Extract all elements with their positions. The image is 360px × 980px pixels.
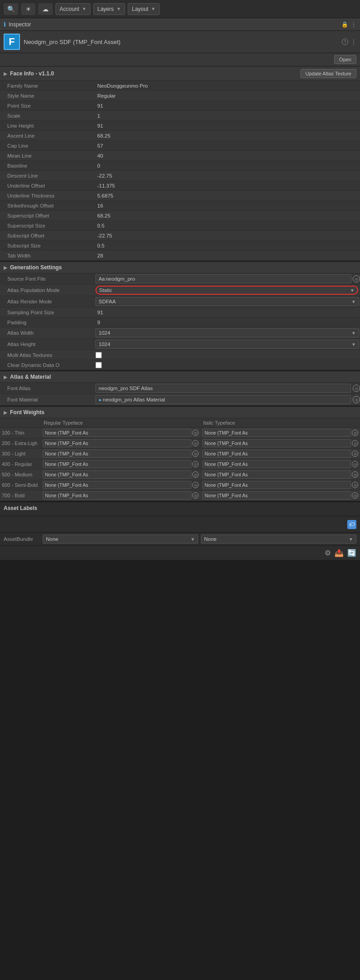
open-button[interactable]: Open: [334, 55, 356, 64]
atlas-population-dropdown[interactable]: Static ▼: [95, 286, 358, 295]
asset-bundle-dropdown1[interactable]: None ▼: [43, 535, 198, 544]
gen-collapse-icon[interactable]: ▶: [4, 265, 7, 270]
font-atlas-value: neodgm_pro SDF Atlas: [99, 386, 153, 391]
atlas-population-label: Atlas Population Mode: [0, 287, 95, 293]
asset-labels-header: Asset Labels: [4, 505, 356, 511]
fw-regular-box[interactable]: None (TMP_Font As: [43, 450, 191, 458]
tag-icon[interactable]: 🏷: [347, 520, 356, 529]
settings-icon[interactable]: ⚙: [325, 549, 331, 557]
bottom-toolbar: ⚙ 📤 🔄: [0, 545, 360, 560]
point-size-row: Point Size 91: [0, 101, 360, 111]
fw-italic-picker[interactable]: ◎: [352, 471, 358, 478]
atlas-render-dropdown[interactable]: SDFAA ▼: [95, 297, 359, 306]
multi-atlas-checkbox[interactable]: [95, 352, 102, 358]
collapse-icon[interactable]: ▶: [4, 71, 7, 76]
fw-italic-picker[interactable]: ◎: [352, 461, 358, 467]
family-name-row: Family Name NeoDunggeunmo Pro: [0, 81, 360, 91]
atlas-render-label: Atlas Render Mode: [0, 299, 95, 304]
font-weight-row: 500 - Medium None (TMP_Font As ◎ None (T…: [0, 470, 360, 480]
fw-italic-box[interactable]: None (TMP_Font As: [202, 450, 351, 458]
export-icon[interactable]: 📤: [335, 549, 344, 557]
layout-dropdown[interactable]: Layout ▼: [128, 3, 160, 15]
fw-regular-box[interactable]: None (TMP_Font As: [43, 460, 191, 468]
font-atlas-picker[interactable]: ◎: [353, 385, 360, 392]
search-button[interactable]: 🔍: [4, 3, 18, 15]
source-font-picker[interactable]: ◎: [353, 275, 360, 282]
fw-italic-box[interactable]: None (TMP_Font As: [202, 460, 351, 468]
source-font-file-row: Source Font File Aa neodgm_pro ◎: [0, 273, 360, 285]
atlas-render-value: SDFAA: [99, 299, 116, 304]
refresh-icon[interactable]: 🔄: [347, 549, 356, 557]
fw-italic-box[interactable]: None (TMP_Font As: [202, 439, 351, 447]
font-material-field: ● neodgm_pro Atlas Material ◎: [95, 395, 360, 404]
clear-dynamic-checkbox[interactable]: [95, 362, 102, 368]
underline-offset-value: -11.375: [95, 183, 360, 188]
fw-italic-box[interactable]: None (TMP_Font As: [202, 470, 351, 479]
font-material-box[interactable]: ● neodgm_pro Atlas Material: [95, 395, 351, 404]
subscript-size-value: 0.5: [95, 243, 360, 248]
atlas-width-dropdown[interactable]: 1024 ▼: [95, 328, 359, 337]
fw-italic-picker[interactable]: ◎: [352, 440, 358, 446]
family-name-value: NeoDunggeunmo Pro: [95, 83, 360, 89]
superscript-offset-value: 68.25: [95, 213, 360, 218]
fw-regular-field: None (TMP_Font As ◎: [43, 481, 199, 489]
fw-regular-box[interactable]: None (TMP_Font As: [43, 481, 191, 489]
fw-regular-box[interactable]: None (TMP_Font As: [43, 491, 191, 500]
underline-thickness-row: Underline Thickness 5.6875: [0, 191, 360, 201]
aa-prefix: Aa: [99, 276, 105, 282]
fw-regular-picker[interactable]: ◎: [192, 440, 199, 446]
clear-dynamic-checkbox-field: [95, 362, 360, 368]
help-icon[interactable]: ?: [342, 39, 348, 45]
multi-atlas-label: Multi Atlas Textures: [0, 352, 95, 358]
descent-line-value: -22.75: [95, 173, 360, 178]
source-font-box[interactable]: Aa neodgm_pro: [95, 274, 351, 283]
fw-italic-box[interactable]: None (TMP_Font As: [202, 481, 351, 489]
menu-icon[interactable]: ⋮: [351, 21, 356, 28]
fw-collapse-icon[interactable]: ▶: [4, 410, 7, 415]
font-material-picker[interactable]: ◎: [353, 396, 360, 403]
font-atlas-label: Font Atlas: [0, 386, 95, 391]
fw-regular-picker[interactable]: ◎: [192, 430, 199, 436]
fw-italic-cell: None (TMP_Font As ◎: [200, 428, 360, 438]
asset-bundle-dropdown2[interactable]: None ▼: [201, 535, 356, 544]
fw-regular-picker[interactable]: ◎: [192, 492, 199, 499]
fw-regular-picker[interactable]: ◎: [192, 450, 199, 457]
cap-line-row: Cap Line 57: [0, 141, 360, 151]
fw-regular-picker[interactable]: ◎: [192, 461, 199, 467]
fw-regular-picker[interactable]: ◎: [192, 471, 199, 478]
font-atlas-box[interactable]: neodgm_pro SDF Atlas: [95, 384, 351, 393]
asset-bundle-arrow1-icon: ▼: [190, 537, 195, 542]
fw-italic-box[interactable]: None (TMP_Font As: [202, 491, 351, 500]
atlas-height-arrow-icon: ▼: [351, 342, 356, 347]
cap-line-label: Cap Line: [0, 143, 95, 148]
fw-italic-picker[interactable]: ◎: [352, 450, 358, 457]
fw-regular-box[interactable]: None (TMP_Font As: [43, 470, 191, 479]
asset-menu-icon[interactable]: ⋮: [351, 39, 356, 45]
padding-row: Padding 9: [0, 317, 360, 327]
source-font-value: Aa neodgm_pro ◎: [95, 274, 360, 283]
layers-dropdown[interactable]: Layers ▼: [93, 3, 125, 15]
update-atlas-button[interactable]: Update Atlas Texture: [300, 69, 356, 78]
fw-italic-picker[interactable]: ◎: [352, 492, 358, 499]
mean-line-value: 40: [95, 153, 360, 158]
fw-regular-picker[interactable]: ◎: [192, 482, 199, 488]
atlas-width-label: Atlas Width: [0, 330, 95, 336]
layers-arrow-icon: ▼: [116, 6, 121, 11]
fw-col-weight: [0, 418, 41, 428]
fw-regular-box[interactable]: None (TMP_Font As: [43, 439, 191, 447]
atlas-collapse-icon[interactable]: ▶: [4, 375, 7, 380]
fw-italic-picker[interactable]: ◎: [352, 482, 358, 488]
subscript-size-label: Subscript Size: [0, 243, 95, 248]
font-weight-row: 300 - Light None (TMP_Font As ◎ None (TM…: [0, 449, 360, 459]
sun-button[interactable]: ☀: [21, 3, 35, 15]
atlas-height-dropdown[interactable]: 1024 ▼: [95, 340, 359, 349]
fw-regular-box[interactable]: None (TMP_Font As: [43, 429, 191, 437]
fw-italic-box[interactable]: None (TMP_Font As: [202, 429, 351, 437]
fw-italic-picker[interactable]: ◎: [352, 430, 358, 436]
lock-icon[interactable]: 🔒: [341, 21, 348, 28]
info-icon: ℹ: [4, 21, 6, 28]
account-dropdown[interactable]: Account ▼: [55, 3, 90, 15]
cloud-button[interactable]: ☁: [38, 3, 53, 15]
superscript-size-label: Superscript Size: [0, 223, 95, 228]
baseline-row: Baseline 0: [0, 161, 360, 171]
